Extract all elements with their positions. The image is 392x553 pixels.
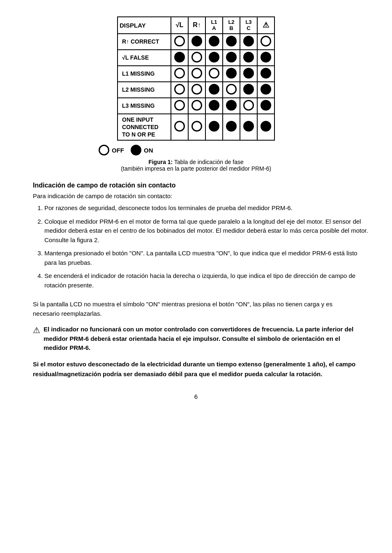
cell-rcorrect-warn — [257, 34, 274, 50]
circle-on — [209, 52, 219, 62]
table-header-rl: √L — [171, 17, 188, 34]
row-label-l1missing: L1 MISSING — [118, 66, 171, 82]
cell-l2missing-l3 — [240, 82, 257, 98]
circle-on — [243, 68, 254, 79]
caption-bold: Figura 1: — [148, 159, 173, 165]
cell-l3missing-l2 — [223, 98, 240, 114]
cell-rlfalse-l1 — [205, 50, 223, 66]
legend-off: OFF — [99, 145, 124, 155]
legend-row: OFF ON — [99, 145, 153, 155]
caption-subtext: (también impresa en la parte posterior d… — [121, 165, 271, 172]
row-label-rcorrect: R↑ CORRECT — [118, 34, 171, 50]
cell-l2missing-l1 — [205, 82, 223, 98]
cell-l1missing-l1 — [205, 66, 223, 82]
cell-rlfalse-warn — [257, 50, 274, 66]
legend-on: ON — [131, 145, 153, 155]
circle-off — [174, 84, 185, 95]
note-text: Si la pantalla LCD no muestra el símbolo… — [33, 300, 359, 318]
warning-block: ⚠ El indicador no funcionará con un moto… — [33, 325, 359, 353]
cell-rcorrect-l1 — [205, 34, 223, 50]
cell-oneinput-l3 — [240, 114, 257, 141]
circle-on — [174, 52, 185, 62]
warning-icon: ⚠ — [33, 325, 40, 335]
row-label-l2missing: L2 MISSING — [118, 82, 171, 98]
table-row-rcorrect: R↑ CORRECT — [118, 34, 274, 50]
cell-l2missing-rl — [171, 82, 188, 98]
instruction-list: Por razones de seguridad, desconecte tod… — [44, 204, 371, 294]
warning-header-icon: ⚠ — [263, 21, 269, 29]
legend-off-label: OFF — [112, 147, 124, 154]
circle-on — [209, 36, 219, 46]
cell-oneinput-rl — [171, 114, 188, 141]
circle-off — [174, 100, 185, 111]
page-content: DISPLAY √L R↑ L1A L2B L3C ⚠ — [33, 12, 359, 400]
table-header-l1a: L1A — [205, 17, 223, 34]
warning-text: El indicador no funcionará con un motor … — [44, 325, 359, 353]
cell-oneinput-l2 — [223, 114, 240, 141]
circle-on — [243, 52, 254, 62]
table-row-l3missing: L3 MISSING — [118, 98, 274, 114]
circle-on — [261, 100, 271, 111]
table-row-l1missing: L1 MISSING — [118, 66, 274, 82]
circle-on — [209, 121, 219, 132]
cell-l3missing-l1 — [205, 98, 223, 114]
circle-on — [261, 84, 271, 95]
row-label-oneinput: ONE INPUTCONNECTEDTO N OR PE — [118, 114, 171, 141]
table-header-display: DISPLAY — [118, 17, 171, 34]
section-intro: Para indicación de campo de rotación sin… — [33, 192, 172, 199]
circle-off — [191, 68, 202, 79]
circle-on — [261, 52, 271, 62]
cell-l3missing-r — [188, 98, 205, 114]
cell-l3missing-l3 — [240, 98, 257, 114]
circle-off — [191, 121, 202, 132]
cell-l1missing-rl — [171, 66, 188, 82]
cell-l2missing-warn — [257, 82, 274, 98]
cell-rcorrect-l2 — [223, 34, 240, 50]
indicator-table: DISPLAY √L R↑ L1A L2B L3C ⚠ — [117, 16, 275, 141]
circle-on — [209, 84, 219, 95]
circle-on — [226, 100, 237, 111]
cell-l1missing-l2 — [223, 66, 240, 82]
circle-on — [226, 121, 237, 132]
table-header-l3c: L3C — [240, 17, 257, 34]
row-label-rlfalse: √L FALSE — [118, 50, 171, 66]
section-heading: Indicación de campo de rotación sin cont… — [33, 182, 176, 189]
table-header-r: R↑ — [188, 17, 205, 34]
cell-rlfalse-l2 — [223, 50, 240, 66]
table-row-l2missing: L2 MISSING — [118, 82, 274, 98]
list-item-1: Por razones de seguridad, desconecte tod… — [44, 204, 371, 213]
list-item-4: Se encenderá el indicador de rotación ha… — [44, 271, 371, 290]
cell-rcorrect-l3 — [240, 34, 257, 50]
rl-icon: √L — [176, 21, 184, 28]
cell-oneinput-r — [188, 114, 205, 141]
r-icon: R↑ — [193, 21, 201, 28]
list-item-2: Coloque el medidor PRM-6 en el motor de … — [44, 217, 371, 245]
bold-note: Si el motor estuvo desconectado de la el… — [33, 359, 359, 379]
table-row-oneinput: ONE INPUTCONNECTEDTO N OR PE — [118, 114, 274, 141]
legend-circle-on — [131, 145, 141, 155]
cell-rcorrect-rl — [171, 34, 188, 50]
circle-on — [209, 100, 219, 111]
cell-l3missing-warn — [257, 98, 274, 114]
caption-text: Tabla de indicación de fase — [173, 159, 244, 165]
circle-off — [261, 36, 271, 46]
row-label-l3missing: L3 MISSING — [118, 98, 171, 114]
cell-l2missing-r — [188, 82, 205, 98]
cell-l1missing-l3 — [240, 66, 257, 82]
figure-caption: Figura 1: Tabla de indicación de fase (t… — [121, 159, 271, 172]
cell-l1missing-warn — [257, 66, 274, 82]
circle-off — [174, 121, 185, 132]
cell-rlfalse-l3 — [240, 50, 257, 66]
circle-off — [174, 68, 185, 79]
circle-on — [243, 84, 254, 95]
circle-on — [226, 68, 237, 79]
cell-oneinput-l1 — [205, 114, 223, 141]
circle-off — [174, 36, 185, 46]
circle-on — [226, 52, 237, 62]
list-item-3: Mantenga presionado el botón "ON". La pa… — [44, 249, 371, 267]
table-header-warning: ⚠ — [257, 17, 274, 34]
circle-off — [191, 52, 202, 62]
circle-on — [261, 121, 271, 132]
cell-l1missing-r — [188, 66, 205, 82]
circle-on — [243, 121, 254, 132]
